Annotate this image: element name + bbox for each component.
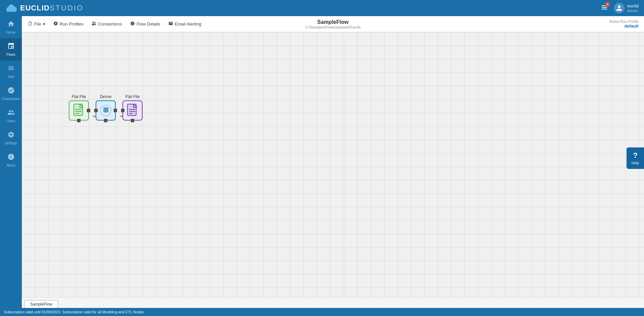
flow-details-button[interactable]: Flow Details [127,19,164,29]
file-icon [28,21,33,27]
help-icon: ? [633,151,637,160]
sidebar-item-flows[interactable]: Flows [0,38,22,60]
sidebar-item-about-label: About [6,164,15,167]
connections-button[interactable]: Connections [88,19,125,29]
sidebar-item-about[interactable]: About [0,149,22,171]
logo-icon [5,3,17,13]
toolbar-title: SampleFlow C:\Samples\Flows\SampleFlow.f… [305,19,361,29]
node-flat-file-source[interactable]: Flat File [69,94,89,121]
user-avatar [614,3,625,13]
sidebar-item-jobs-label: Jobs [7,75,14,79]
sidebar-item-jobs[interactable]: Jobs [0,60,22,83]
sidebar-item-home[interactable]: Home [0,16,22,38]
users-icon [7,109,15,118]
status-bar: Subscription valid until 01/08/2023. Sub… [0,308,644,316]
node-derive-icon: ⊞ [96,100,116,121]
node-flat-file-dest-icon [122,100,143,121]
run-profiles-icon [53,21,58,27]
file-menu-button[interactable]: File ▾ [24,19,49,29]
connections-label: Connections [98,21,122,27]
sidebar-item-settings[interactable]: Settings [0,127,22,149]
run-profiles-label: Run Profiles [60,21,84,27]
user-menu[interactable]: euclid Admin [614,3,639,13]
home-icon [7,20,15,29]
flow-canvas[interactable]: Flat File [22,32,644,297]
jobs-icon [7,64,15,74]
sidebar-item-home-label: Home [6,31,15,34]
bottom-tabs: SampleFlow [22,297,644,308]
flow-details-label: Flow Details [137,21,160,27]
sidebar-item-connections[interactable]: Connections [0,83,22,105]
logo-text: EUCLIDSTUDIO [20,4,84,12]
svg-rect-3 [6,9,16,12]
status-text: Subscription valid until 01/08/2023. Sub… [4,310,144,314]
notification-badge: 0 [605,2,610,7]
file-dropdown-icon: ▾ [43,21,45,27]
node-flat-file-dest-input-port [121,109,124,112]
sidebar-item-users-label: Users [6,119,15,123]
toolbar: File ▾ Run Profiles Connections [22,16,644,32]
node-derive-label: Derive [100,94,112,99]
user-name: euclid [627,3,639,9]
node-flat-file-dest[interactable]: Flat File [122,94,143,121]
flows-icon [7,42,15,51]
active-run-label: Active Run Profile [609,19,639,24]
toolbar-connections-icon [92,21,96,27]
notifications-button[interactable]: 0 [600,3,608,13]
svg-text:⊞: ⊞ [103,106,109,114]
user-details: euclid Admin [627,3,639,13]
node-derive-output-port [114,109,117,112]
node-flat-file-source-icon [69,100,89,121]
active-run-value: default [609,24,639,29]
sidebar-item-flows-label: Flows [6,53,15,56]
run-profiles-button[interactable]: Run Profiles [50,19,87,29]
user-role: Admin [627,9,639,13]
sidebar-item-settings-label: Settings [5,141,17,145]
help-button[interactable]: ? Help [627,147,644,169]
active-run-profile: Active Run Profile default [609,19,639,29]
top-bar: EUCLIDSTUDIO 0 euclid Admin [0,0,644,16]
main-container: Home Flows Jobs Conn [0,16,644,308]
file-label: File [34,21,41,27]
help-label: Help [632,161,639,165]
sidebar: Home Flows Jobs Conn [0,16,22,308]
about-icon [7,153,15,162]
logo: EUCLIDSTUDIO [5,3,84,13]
node-derive-input-port [94,109,98,112]
sidebar-item-connections-label: Connections [2,97,20,101]
flow-name: SampleFlow [305,19,361,25]
flow-path: C:\Samples\Flows\SampleFlow.flx [305,25,361,29]
node-flat-file-dest-label: Flat File [125,94,140,99]
node-flat-file-source-output-port [87,109,90,112]
content-panel: File ▾ Run Profiles Connections [22,16,644,308]
tab-sampleflow[interactable]: SampleFlow [24,300,58,308]
node-flat-file-source-label: Flat File [72,94,86,99]
email-alerting-button[interactable]: Email Alerting [165,19,205,29]
node-flat-file-source-bottom-port [77,119,80,122]
flow-details-icon [130,21,135,27]
settings-icon [7,131,15,140]
connections-icon [7,87,15,96]
node-derive-bottom-port [104,119,107,122]
node-derive[interactable]: Derive ⊞ [96,94,116,121]
node-flat-file-dest-bottom-port [131,119,134,122]
email-alerting-icon [168,21,173,27]
sidebar-item-users[interactable]: Users [0,105,22,127]
top-bar-right: 0 euclid Admin [600,3,639,13]
email-alerting-label: Email Alerting [175,21,201,27]
